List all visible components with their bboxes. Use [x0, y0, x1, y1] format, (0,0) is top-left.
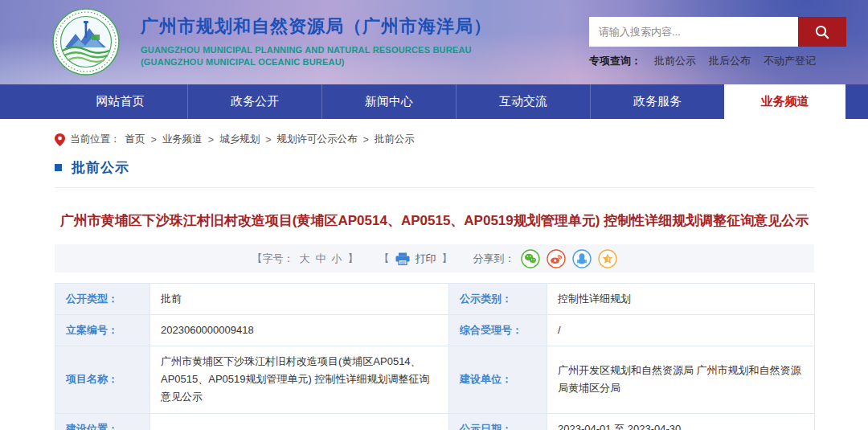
quick-query-row: 专项查询： 批前公示 批后公布 不动产登记 — [589, 54, 846, 68]
field-label-construction-location: 建设位置： — [55, 413, 150, 430]
field-value-project-name: 广州市黄埔区下沙珠江村旧村改造项目(黄埔区AP0514、AP0515、AP051… — [150, 346, 449, 413]
field-label-publicity-category: 公示类别： — [449, 284, 547, 315]
nav-item-interaction[interactable]: 互动交流 — [456, 84, 590, 119]
org-title-en: GUANGZHOU MUNICIPAL PLANNING AND NATURAL… — [141, 44, 492, 69]
main-nav: 网站首页 政务公开 新闻中心 互动交流 政务服务 业务频道 — [0, 84, 868, 119]
field-value-acceptance-number: / — [547, 315, 815, 346]
table-row: 建设位置： 公示日期： 2023-04-01 至 2023-04-30 — [55, 413, 815, 430]
share-control: 分享到： — [473, 249, 617, 268]
location-pin-icon — [55, 133, 65, 146]
org-title-en-line1: GUANGZHOU MUNICIPAL PLANNING AND NATURAL… — [141, 44, 492, 56]
brand-block: 广州市规划和自然资源局（广州市海洋局） GUANGZHOU MUNICIPAL … — [141, 14, 492, 69]
nav-item-gov-disclosure[interactable]: 政务公开 — [187, 84, 321, 119]
print-button[interactable]: 打印 — [416, 252, 436, 266]
wechat-share-icon[interactable] — [521, 249, 540, 268]
article-title: 广州市黄埔区下沙珠江村旧村改造项目(黄埔区AP0514、AP0515、AP051… — [59, 210, 810, 232]
field-label-publicity-date: 公示日期： — [449, 413, 547, 430]
font-size-small[interactable]: 小 — [332, 252, 342, 266]
quick-link-real-estate[interactable]: 不动产登记 — [764, 54, 816, 68]
field-value-public-type: 批前 — [150, 284, 449, 315]
article-toolbar: 【字号： 大 中 小 】 【 打印 】 分享到： — [55, 244, 814, 272]
breadcrumb-separator: > — [151, 134, 157, 145]
search-zone: 专项查询： 批前公示 批后公布 不动产登记 — [589, 17, 846, 68]
table-row: 立案编号： 2023060000009418 综合受理号： / — [55, 315, 815, 346]
section-bullet-icon — [55, 164, 62, 171]
font-size-large[interactable]: 大 — [300, 252, 310, 266]
field-label-case-number: 立案编号： — [55, 315, 150, 346]
field-value-construction-unit: 广州开发区规划和自然资源局 广州市规划和自然资源局黄埔区分局 — [547, 346, 815, 413]
org-title-zh: 广州市规划和自然资源局（广州市海洋局） — [141, 14, 492, 39]
quick-link-post-approval[interactable]: 批后公布 — [709, 54, 751, 68]
font-size-medium[interactable]: 中 — [316, 252, 326, 266]
font-size-control: 【字号： 大 中 小 】 — [252, 252, 358, 266]
breadcrumb-separator: > — [362, 134, 368, 145]
breadcrumb-pre-approval[interactable]: 批前公示 — [375, 133, 415, 146]
breadcrumb-home[interactable]: 首页 — [125, 133, 145, 146]
org-title-en-line2: (GUANGZHOU MUNICIPAL OCEANIC BUREAU) — [141, 56, 492, 68]
field-value-construction-location — [150, 413, 449, 430]
field-value-publicity-date: 2023-04-01 至 2023-04-30 — [547, 413, 815, 430]
breadcrumb: 当前位置： 首页 > 业务频道 > 城乡规划 > 规划许可公示公布 > 批前公示 — [55, 119, 814, 146]
quick-link-pre-approval[interactable]: 批前公示 — [654, 54, 696, 68]
site-header: 广州市规划和自然资源局（广州市海洋局） GUANGZHOU MUNICIPAL … — [0, 0, 868, 84]
breadcrumb-permit-publicity[interactable]: 规划许可公示公布 — [276, 133, 357, 146]
section-title: 批前公示 — [72, 158, 129, 177]
qq-share-icon[interactable] — [572, 249, 592, 268]
breadcrumb-label: 当前位置： — [70, 133, 121, 146]
bureau-logo — [51, 7, 121, 76]
search-bar — [589, 17, 846, 47]
nav-item-business-channel[interactable]: 业务频道 — [724, 84, 845, 119]
page-content: 当前位置： 首页 > 业务频道 > 城乡规划 > 规划许可公示公布 > 批前公示… — [55, 119, 814, 430]
breadcrumb-business-channel[interactable]: 业务频道 — [162, 133, 203, 146]
printer-icon — [395, 252, 410, 265]
nav-item-news-center[interactable]: 新闻中心 — [321, 84, 456, 119]
field-label-construction-unit: 建设单位： — [449, 346, 547, 413]
table-row: 项目名称： 广州市黄埔区下沙珠江村旧村改造项目(黄埔区AP0514、AP0515… — [55, 346, 815, 413]
search-input[interactable] — [589, 17, 798, 47]
search-button[interactable] — [798, 17, 846, 47]
font-size-suffix: 】 — [348, 252, 358, 266]
field-label-public-type: 公开类型： — [55, 284, 150, 315]
breadcrumb-separator: > — [208, 134, 214, 145]
font-size-prefix: 【字号： — [252, 252, 294, 266]
bureau-logo-seal — [51, 7, 121, 76]
print-suffix: 】 — [442, 252, 452, 266]
field-value-publicity-category: 控制性详细规划 — [547, 284, 815, 315]
nav-item-gov-services[interactable]: 政务服务 — [590, 84, 724, 119]
quick-query-label: 专项查询： — [589, 54, 641, 68]
share-icons — [521, 249, 617, 268]
search-icon — [814, 24, 830, 40]
section-header: 批前公示 — [55, 158, 814, 188]
print-prefix: 【 — [379, 252, 390, 266]
qzone-share-icon[interactable] — [598, 249, 617, 268]
table-row: 公开类型： 批前 公示类别： 控制性详细规划 — [55, 284, 815, 315]
breadcrumb-urban-planning[interactable]: 城乡规划 — [219, 133, 260, 146]
weibo-share-icon[interactable] — [547, 249, 566, 268]
project-info-table: 公开类型： 批前 公示类别： 控制性详细规划 立案编号： 20230600000… — [55, 283, 815, 430]
share-label: 分享到： — [473, 252, 515, 266]
field-value-case-number: 2023060000009418 — [150, 315, 449, 346]
field-label-acceptance-number: 综合受理号： — [449, 315, 547, 346]
nav-item-home[interactable]: 网站首页 — [53, 84, 187, 119]
print-control: 【 打印 】 — [379, 252, 452, 266]
breadcrumb-separator: > — [265, 134, 271, 145]
field-label-project-name: 项目名称： — [55, 346, 150, 413]
